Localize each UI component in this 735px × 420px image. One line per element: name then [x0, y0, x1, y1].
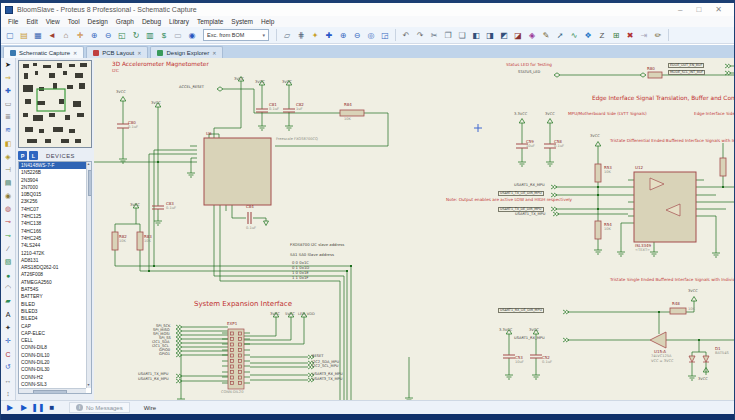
menu-item-design[interactable]: Design: [84, 18, 112, 25]
wire-label-mode-icon[interactable]: ▭: [2, 97, 15, 110]
save-icon[interactable]: ▦: [32, 29, 45, 42]
rotate-clockwise-icon[interactable]: C: [2, 347, 15, 360]
device-item[interactable]: 74HC07: [19, 206, 91, 213]
line-2d-mode-icon[interactable]: ∕: [2, 242, 15, 255]
zoom-in-2-icon[interactable]: ⊕: [337, 29, 350, 42]
device-item[interactable]: AD8131: [19, 257, 91, 264]
bus-mode-icon[interactable]: ≋: [2, 124, 15, 137]
junction-dot-mode-icon[interactable]: ✚: [2, 84, 15, 97]
notes-icon[interactable]: ▭: [172, 29, 185, 42]
menu-item-system[interactable]: System: [227, 18, 257, 25]
stop-button[interactable]: ■: [45, 402, 59, 414]
selection-mode-icon[interactable]: ➤: [2, 58, 15, 71]
wire-autorouter-icon[interactable]: ∿: [568, 29, 581, 42]
block-rotate-icon[interactable]: ◩: [498, 29, 511, 42]
library-manager-button[interactable]: L: [29, 151, 38, 160]
bom-filter-dropdown[interactable]: Exc. from BOM▾: [203, 29, 269, 41]
device-list-horizontal-scrollbar[interactable]: [19, 388, 86, 393]
box-2d-mode-icon[interactable]: ▧: [2, 255, 15, 268]
cut-icon[interactable]: ✂: [428, 29, 441, 42]
copy-icon[interactable]: ❐: [442, 29, 455, 42]
graph-mode-icon[interactable]: ▤: [2, 176, 15, 189]
open-folder-icon[interactable]: ▤: [18, 29, 31, 42]
close-button[interactable]: ✕: [715, 3, 722, 16]
device-item[interactable]: BILED: [19, 301, 91, 308]
block-move-icon[interactable]: ◨: [484, 29, 497, 42]
scroll-up-arrow[interactable]: ▲: [86, 162, 91, 167]
horizontal-scroll-thumb[interactable]: [33, 390, 67, 394]
play-button[interactable]: ▶: [3, 402, 17, 414]
tab-schematic-capture[interactable]: Schematic Capture✕: [3, 46, 84, 58]
device-item[interactable]: 74HC138: [19, 220, 91, 227]
select-tool-icon[interactable]: ▱: [281, 29, 294, 42]
arc-2d-mode-icon[interactable]: ◠: [2, 282, 15, 295]
mirror-x-icon[interactable]: ↔: [2, 374, 15, 387]
bird-view-icon[interactable]: ❖: [582, 29, 595, 42]
component-mode-icon[interactable]: ⇒: [2, 71, 15, 84]
remove-sheet-icon[interactable]: ✖: [624, 29, 637, 42]
device-item[interactable]: 74HC245: [19, 235, 91, 242]
subcircuit-mode-icon[interactable]: ◧: [2, 137, 15, 150]
circle-2d-mode-icon[interactable]: ●: [2, 269, 15, 282]
grid-toggle-icon[interactable]: ⋕: [295, 29, 308, 42]
tape-recorder-mode-icon[interactable]: ◉: [2, 190, 15, 203]
step-button[interactable]: ▶: [17, 402, 31, 414]
zoom-in-icon[interactable]: ⊕: [88, 29, 101, 42]
tab-design-explorer[interactable]: Design Explorer✕: [150, 46, 223, 58]
pick-devices-button[interactable]: P: [18, 151, 27, 160]
zoom-area-icon[interactable]: ◱: [116, 29, 129, 42]
pick-parts-icon[interactable]: ◈: [526, 29, 539, 42]
tab-pcb-layout[interactable]: PCB Layout✕: [86, 46, 148, 58]
marker-2d-mode-icon[interactable]: ✛: [2, 334, 15, 347]
bom-report-icon[interactable]: $: [158, 29, 171, 42]
menu-item-graph[interactable]: Graph: [112, 18, 138, 25]
menu-item-debug[interactable]: Debug: [138, 18, 165, 25]
center-sheet-icon[interactable]: ✛: [74, 29, 87, 42]
menu-item-tool[interactable]: Tool: [64, 18, 84, 25]
device-item[interactable]: CONN-DIL30: [19, 366, 91, 373]
schematic-editing-canvas[interactable]: 3D Accelerometer MagnetometerI2CSystem E…: [94, 58, 734, 400]
current-probe-mode-icon[interactable]: ⊸: [2, 229, 15, 242]
pan-icon[interactable]: ✚: [323, 29, 336, 42]
tab-close-icon[interactable]: ✕: [212, 50, 216, 56]
import-icon[interactable]: ◄: [46, 29, 59, 42]
paste-icon[interactable]: ❏: [456, 29, 469, 42]
mirror-y-icon[interactable]: ↕: [2, 387, 15, 400]
device-item[interactable]: 1N4148WS-7-F: [19, 162, 91, 169]
zoom-out-2-icon[interactable]: ⊖: [351, 29, 364, 42]
device-item[interactable]: CAP-ELEC: [19, 330, 91, 337]
exit-design-icon[interactable]: ⇥: [638, 29, 651, 42]
new-file-icon[interactable]: ▢: [4, 29, 17, 42]
device-item[interactable]: ARS18DQ262-01: [19, 264, 91, 271]
redraw-icon[interactable]: ⌂: [60, 29, 73, 42]
device-item[interactable]: CONN-H2: [19, 374, 91, 381]
device-item[interactable]: 10BQ015: [19, 191, 91, 198]
menu-item-template[interactable]: Template: [193, 18, 227, 25]
zoom-sheet-icon[interactable]: ◲: [379, 29, 392, 42]
device-item[interactable]: AT26F008: [19, 271, 91, 278]
maximize-button[interactable]: □: [696, 3, 701, 16]
menu-item-library[interactable]: Library: [165, 18, 193, 25]
device-item[interactable]: 74HC125: [19, 213, 91, 220]
device-item[interactable]: ATMEGA2560: [19, 279, 91, 286]
text-2d-mode-icon[interactable]: A: [2, 308, 15, 321]
symbol-2d-mode-icon[interactable]: ✦: [2, 321, 15, 334]
path-2d-mode-icon[interactable]: ▰: [2, 295, 15, 308]
text-script-mode-icon[interactable]: ≣: [2, 111, 15, 124]
menu-item-file[interactable]: File: [4, 18, 22, 25]
z-order-icon[interactable]: Z: [596, 29, 609, 42]
menu-item-help[interactable]: Help: [257, 18, 278, 25]
zoom-out-icon[interactable]: ⊖: [102, 29, 115, 42]
zoom-all-icon[interactable]: ◎: [365, 29, 378, 42]
device-item[interactable]: 23K256: [19, 198, 91, 205]
device-item[interactable]: CONN-DIL8: [19, 344, 91, 351]
tab-close-icon[interactable]: ✕: [137, 50, 141, 56]
tab-close-icon[interactable]: ✕: [73, 50, 77, 56]
library-book-icon[interactable]: ▥: [144, 29, 157, 42]
undo-icon[interactable]: ↶: [400, 29, 413, 42]
terminal-mode-icon[interactable]: ◈: [2, 150, 15, 163]
generator-mode-icon[interactable]: ◍: [2, 203, 15, 216]
redo-icon[interactable]: ↷: [414, 29, 427, 42]
pause-button[interactable]: ❚❚: [31, 402, 45, 414]
device-item[interactable]: 1N5226B: [19, 169, 91, 176]
